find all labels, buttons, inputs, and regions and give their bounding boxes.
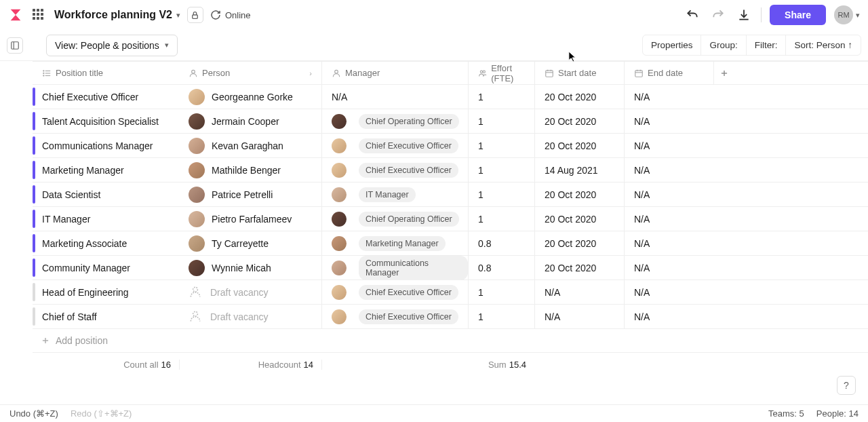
undo-status[interactable]: Undo (⌘+Z)	[9, 408, 58, 419]
cell-start-date[interactable]: 20 Oct 2020	[534, 183, 624, 206]
redo-button[interactable]	[709, 6, 727, 24]
sort-button[interactable]: Sort: Person ↑	[786, 35, 861, 55]
cell-end-date[interactable]: N/A	[624, 231, 713, 255]
column-header-position[interactable]: Position title	[33, 62, 179, 84]
cell-effort[interactable]: 0.8	[468, 256, 534, 280]
table-row[interactable]: Chief of StaffDraft vacancyChief Executi…	[33, 304, 868, 328]
cell-start-date[interactable]: 20 Oct 2020	[534, 256, 624, 280]
cell-effort[interactable]: 1	[468, 183, 534, 206]
cell-position-title[interactable]: IT Manager	[33, 207, 179, 231]
cell-position-title[interactable]: Data Scientist	[33, 183, 179, 206]
cell-person[interactable]: Draft vacancy	[179, 280, 321, 304]
table-row[interactable]: Talent Acquisition SpecialistJermain Coo…	[33, 109, 868, 133]
help-button[interactable]: ?	[837, 376, 856, 395]
cell-position-title[interactable]: Marketing Associate	[33, 231, 179, 255]
download-button[interactable]	[735, 6, 753, 24]
doc-title-button[interactable]: Workforce planning V2 ▾	[54, 9, 180, 21]
cell-manager[interactable]: Chief Executive Officer	[321, 134, 468, 157]
cell-end-date[interactable]: N/A	[624, 158, 713, 182]
user-menu[interactable]: RM ▾	[834, 5, 860, 24]
cell-manager[interactable]: Chief Operating Officer	[321, 109, 468, 133]
lock-button[interactable]	[187, 7, 203, 23]
cell-person[interactable]: Georgeanne Gorke	[179, 85, 321, 109]
cell-person[interactable]: Patrice Petrelli	[179, 183, 321, 206]
cell-manager[interactable]: Chief Executive Officer	[321, 280, 468, 304]
cell-effort[interactable]: 1	[468, 134, 534, 157]
table-row[interactable]: Marketing ManagerMathilde BengerChief Ex…	[33, 157, 868, 182]
cell-end-date[interactable]: N/A	[624, 134, 713, 157]
column-header-start[interactable]: Start date	[534, 62, 624, 84]
cell-manager[interactable]: IT Manager	[321, 183, 468, 206]
sync-status[interactable]: Online	[210, 9, 251, 20]
cell-start-date[interactable]: 14 Aug 2021	[534, 158, 624, 182]
cell-effort[interactable]: 1	[468, 109, 534, 133]
cell-end-date[interactable]: N/A	[624, 207, 713, 231]
cell-position-title[interactable]: Talent Acquisition Specialist	[33, 109, 179, 133]
sidebar-toggle-button[interactable]	[7, 37, 23, 54]
cell-start-date[interactable]: N/A	[534, 305, 624, 328]
add-column-button[interactable]	[713, 62, 734, 84]
cell-end-date[interactable]: N/A	[624, 305, 713, 328]
table-row[interactable]: Communications ManagerKevan GaraghanChie…	[33, 133, 868, 157]
cell-effort[interactable]: 1	[468, 280, 534, 304]
cell-start-date[interactable]: 20 Oct 2020	[534, 134, 624, 157]
cell-end-date[interactable]: N/A	[624, 183, 713, 206]
table-row[interactable]: IT ManagerPietro FarfalameevChief Operat…	[33, 206, 868, 231]
share-button[interactable]: Share	[770, 5, 826, 25]
cell-position-title[interactable]: Communications Manager	[33, 134, 179, 157]
cell-start-date[interactable]: 20 Oct 2020	[534, 231, 624, 255]
cell-person[interactable]: Mathilde Benger	[179, 158, 321, 182]
cell-end-date[interactable]: N/A	[624, 85, 713, 109]
table-row[interactable]: Community ManagerWynnie MicahCommunicati…	[33, 255, 868, 280]
column-header-effort[interactable]: Effort (FTE)	[468, 62, 534, 84]
cell-person[interactable]: Jermain Cooper	[179, 109, 321, 133]
cell-manager[interactable]: Chief Executive Officer	[321, 305, 468, 328]
cell-effort[interactable]: 1	[468, 158, 534, 182]
view-selector[interactable]: View: People & positions ▾	[46, 35, 178, 56]
table-row[interactable]: Data ScientistPatrice PetrelliIT Manager…	[33, 182, 868, 206]
cell-position-title[interactable]: Chief of Staff	[33, 305, 179, 328]
cell-position-title[interactable]: Head of Engineering	[33, 280, 179, 304]
cell-position-title[interactable]: Community Manager	[33, 256, 179, 280]
cell-manager[interactable]: Chief Executive Officer	[321, 158, 468, 182]
app-logo-icon[interactable]	[8, 7, 23, 22]
undo-button[interactable]	[684, 6, 701, 24]
cell-manager[interactable]: N/A	[321, 85, 468, 109]
cell-manager[interactable]: Chief Operating Officer	[321, 207, 468, 231]
cell-start-date[interactable]: N/A	[534, 280, 624, 304]
cell-start-date[interactable]: 20 Oct 2020	[534, 207, 624, 231]
cell-person[interactable]: Wynnie Micah	[179, 256, 321, 280]
column-header-manager[interactable]: Manager	[321, 62, 468, 84]
cell-effort[interactable]: 1	[468, 85, 534, 109]
cell-end-date[interactable]: N/A	[624, 109, 713, 133]
column-header-end[interactable]: End date	[624, 62, 713, 84]
cell-end-date[interactable]: N/A	[624, 256, 713, 280]
cell-start-date[interactable]: 20 Oct 2020	[534, 109, 624, 133]
cell-person[interactable]: Ty Carreyette	[179, 231, 321, 255]
cell-effort[interactable]: 0.8	[468, 231, 534, 255]
cell-effort[interactable]: 1	[468, 305, 534, 328]
add-position-button[interactable]: Add position	[33, 328, 868, 353]
cell-person[interactable]: Kevan Garaghan	[179, 134, 321, 157]
chevron-down-icon: ▾	[176, 11, 180, 20]
cell-person[interactable]: Draft vacancy	[179, 305, 321, 328]
column-header-person[interactable]: Person ›	[179, 62, 321, 84]
cell-manager[interactable]: Communications Manager	[321, 256, 468, 280]
apps-grid-icon[interactable]	[30, 6, 47, 24]
table-row[interactable]: Head of EngineeringDraft vacancyChief Ex…	[33, 280, 868, 304]
manager-chip: Chief Operating Officer	[332, 114, 459, 129]
group-button[interactable]: Group:	[701, 35, 746, 55]
cell-position-title[interactable]: Marketing Manager	[33, 158, 179, 182]
cell-effort[interactable]: 1	[468, 207, 534, 231]
properties-button[interactable]: Properties	[643, 35, 702, 55]
end-date: N/A	[634, 165, 650, 176]
cell-position-title[interactable]: Chief Executive Officer	[33, 85, 179, 109]
cell-start-date[interactable]: 20 Oct 2020	[534, 85, 624, 109]
table-row[interactable]: Chief Executive OfficerGeorgeanne GorkeN…	[33, 84, 868, 109]
table-row[interactable]: Marketing AssociateTy CarreyetteMarketin…	[33, 231, 868, 255]
cell-manager[interactable]: Marketing Manager	[321, 231, 468, 255]
filter-button[interactable]: Filter:	[747, 35, 787, 55]
cell-person[interactable]: Pietro Farfalameev	[179, 207, 321, 231]
position-title: Chief of Staff	[42, 311, 97, 322]
cell-end-date[interactable]: N/A	[624, 280, 713, 304]
